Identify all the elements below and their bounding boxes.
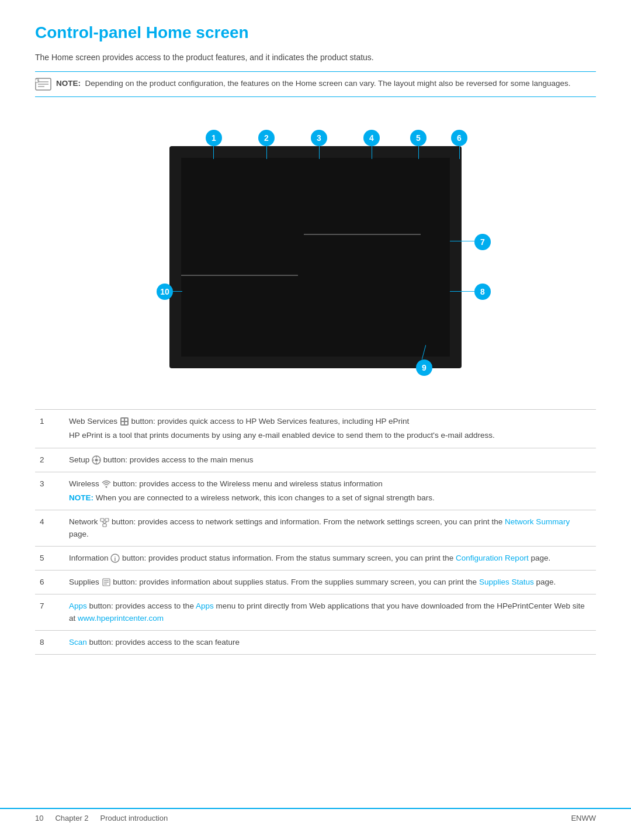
page-title: Control-panel Home screen <box>35 23 596 42</box>
row-number: 8 <box>35 630 64 654</box>
callout-line-2 <box>266 146 267 159</box>
note-body: Depending on the product configuration, … <box>85 79 571 88</box>
callout-line-4 <box>372 146 372 159</box>
diagram: 1 2 3 4 5 6 7 8 9 10 <box>134 111 497 392</box>
footer-page-number: 10 <box>35 814 43 822</box>
svg-rect-8 <box>125 419 127 421</box>
note-label: NOTE: <box>56 79 81 88</box>
note-icon: ✎ <box>35 78 51 91</box>
scan-link[interactable]: Scan <box>69 638 87 647</box>
callout-line-5 <box>418 146 419 159</box>
row-content: Network button: provides access to netwo… <box>64 510 596 547</box>
callout-1: 1 <box>206 130 222 146</box>
row-number: 6 <box>35 571 64 594</box>
svg-rect-6 <box>120 417 129 426</box>
svg-rect-18 <box>100 518 104 521</box>
row-content: Web Services button: provides quick acce… <box>64 410 596 448</box>
wireless-icon <box>102 479 111 489</box>
row-content: Information i button: provides product s… <box>64 546 596 570</box>
svg-point-17 <box>105 486 107 488</box>
svg-text:✎: ✎ <box>37 79 40 83</box>
callout-line-8 <box>450 291 474 292</box>
setup-icon <box>92 455 101 465</box>
callout-10: 10 <box>157 284 173 300</box>
svg-rect-7 <box>122 419 124 421</box>
row-sub-note: HP ePrint is a tool that prints document… <box>69 430 591 441</box>
network-icon <box>100 518 109 527</box>
svg-rect-19 <box>105 518 109 521</box>
table-row: 5 Information i button: provides product… <box>35 546 596 570</box>
row-content: Scan button: provides access to the scan… <box>64 630 596 654</box>
intro-paragraph: The Home screen provides access to the p… <box>35 53 596 62</box>
svg-rect-9 <box>122 422 124 424</box>
table-row: 8 Scan button: provides access to the sc… <box>35 630 596 654</box>
callout-6: 6 <box>451 130 467 146</box>
apps-link-2[interactable]: Apps <box>196 602 214 610</box>
row-content: Wireless button: provides access to the … <box>64 472 596 510</box>
footer-chapter: Chapter 2 <box>55 814 88 822</box>
row-number: 5 <box>35 546 64 570</box>
svg-rect-20 <box>103 524 106 527</box>
table-row: 2 Setup button: provides access to the m… <box>35 448 596 472</box>
web-services-icon <box>120 417 129 426</box>
note-box: ✎ NOTE: Depending on the product configu… <box>35 71 596 97</box>
footer-left: 10 Chapter 2 Product introduction <box>35 814 168 822</box>
table-row: 7 Apps button: provides access to the Ap… <box>35 594 596 631</box>
callout-3: 3 <box>311 130 327 146</box>
supplies-icon <box>102 578 111 587</box>
row-number: 7 <box>35 594 64 631</box>
callout-4: 4 <box>363 130 380 146</box>
supplies-status-link[interactable]: Supplies Status <box>479 578 534 586</box>
row-number: 1 <box>35 410 64 448</box>
hpeprintcenter-link[interactable]: www.hpeprintcenter.com <box>78 614 164 623</box>
callout-5: 5 <box>410 130 427 146</box>
table-row: 4 Network button: provides access to net… <box>35 510 596 547</box>
note-content: NOTE: Depending on the product configura… <box>56 78 571 89</box>
screen-line-top <box>304 234 421 235</box>
svg-point-12 <box>95 458 98 461</box>
apps-link[interactable]: Apps <box>69 602 87 610</box>
printer-screen-inner <box>181 158 450 357</box>
row-content: Setup button: provides access to the mai… <box>64 448 596 472</box>
row-number: 3 <box>35 472 64 510</box>
row-content: Supplies button: provides information ab… <box>64 571 596 594</box>
svg-rect-10 <box>125 422 127 424</box>
table-row: 6 Supplies button: provides information … <box>35 571 596 594</box>
callout-9: 9 <box>416 359 432 376</box>
callout-7: 7 <box>474 234 491 250</box>
footer-right: ENWW <box>571 814 596 822</box>
network-summary-link[interactable]: Network Summary <box>505 517 570 526</box>
page-footer: 10 Chapter 2 Product introduction ENWW <box>0 808 631 822</box>
svg-text:i: i <box>115 556 116 562</box>
screen-line-bottom <box>181 275 298 276</box>
information-icon: i <box>110 554 120 563</box>
callout-line-7 <box>450 241 474 241</box>
footer-chapter-title: Product introduction <box>100 814 168 822</box>
row-number: 2 <box>35 448 64 472</box>
info-table: 1 Web Services button: provides quick ac… <box>35 409 596 655</box>
config-report-link[interactable]: Configuration Report <box>456 554 529 562</box>
row-content: Apps button: provides access to the Apps… <box>64 594 596 631</box>
callout-line-3 <box>319 146 320 159</box>
callout-line-1 <box>213 146 214 159</box>
row-sub-note-wireless: NOTE: When you are connected to a wirele… <box>69 492 591 504</box>
diagram-container: 1 2 3 4 5 6 7 8 9 10 <box>35 111 596 392</box>
table-row: 1 Web Services button: provides quick ac… <box>35 410 596 448</box>
callout-line-10 <box>173 291 182 292</box>
callout-8: 8 <box>474 284 491 300</box>
row-number: 4 <box>35 510 64 547</box>
table-row: 3 Wireless button: provides access to th… <box>35 472 596 510</box>
callout-2: 2 <box>258 130 275 146</box>
callout-line-6 <box>459 146 460 159</box>
note-inline-label: NOTE: <box>69 493 93 502</box>
